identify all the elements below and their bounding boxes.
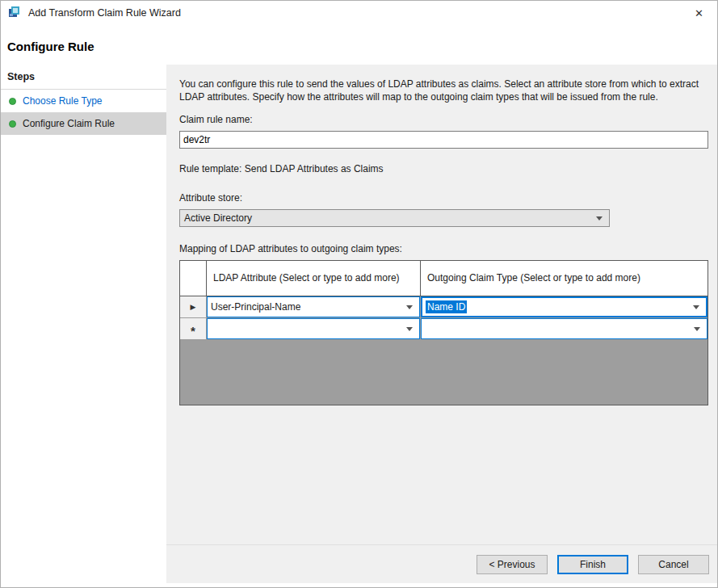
wizard-app-icon: [7, 6, 22, 20]
ldap-attribute-value: User-Principal-Name: [211, 301, 300, 313]
outgoing-claim-column-header: Outgoing Claim Type (Select or type to a…: [421, 261, 708, 296]
title-bar: Add Transform Claim Rule Wizard ✕: [1, 1, 717, 25]
steps-panel: Steps Choose Rule Type Configure Claim R…: [1, 65, 166, 583]
step-current-dot-icon: [9, 120, 16, 128]
claim-rule-name-label: Claim rule name:: [179, 114, 708, 125]
step-choose-rule-type[interactable]: Choose Rule Type: [1, 90, 166, 112]
ldap-attribute-select[interactable]: [207, 318, 420, 339]
attribute-store-select[interactable]: Active Directory: [179, 209, 610, 227]
chevron-down-icon: [694, 327, 700, 331]
step-label: Choose Rule Type: [23, 95, 103, 107]
wizard-body: Steps Choose Rule Type Configure Claim R…: [1, 65, 717, 583]
mapping-label: Mapping of LDAP attributes to outgoing c…: [179, 243, 708, 254]
step-configure-claim-rule[interactable]: Configure Claim Rule: [1, 112, 166, 135]
steps-header: Steps: [1, 65, 166, 90]
ldap-attribute-cell: User-Principal-Name: [207, 296, 421, 318]
row-selector-column-header: [180, 261, 207, 296]
wizard-dialog: { "window": { "title": "Add Transform Cl…: [0, 0, 718, 588]
chevron-down-icon: [693, 305, 699, 309]
rule-description: You can configure this rule to send the …: [179, 78, 708, 103]
chevron-down-icon: [596, 216, 603, 220]
grid-empty-area: [180, 340, 708, 405]
ldap-attribute-column-header: LDAP Attribute (Select or type to add mo…: [207, 261, 421, 296]
footer-bar: < Previous Finish Cancel: [166, 544, 718, 583]
outgoing-claim-select[interactable]: Name ID: [421, 296, 708, 317]
ldap-attribute-select[interactable]: User-Principal-Name: [207, 296, 420, 317]
outgoing-claim-cell: Name ID: [421, 296, 708, 318]
main-panel: You can configure this rule to send the …: [166, 65, 718, 583]
current-row-arrow-icon: ▶: [191, 303, 196, 311]
chevron-down-icon: [406, 327, 413, 331]
chevron-down-icon: [406, 305, 413, 309]
row-selector[interactable]: ▶: [180, 296, 207, 318]
ldap-attribute-cell: [207, 318, 421, 340]
attribute-store-value: Active Directory: [184, 212, 252, 224]
outgoing-claim-cell: [421, 318, 708, 340]
close-icon[interactable]: ✕: [681, 1, 717, 25]
mapping-table: LDAP Attribute (Select or type to add mo…: [179, 260, 708, 405]
row-selector[interactable]: *: [180, 318, 207, 340]
window-title: Add Transform Claim Rule Wizard: [28, 7, 181, 19]
attribute-store-label: Attribute store:: [179, 192, 708, 204]
previous-button[interactable]: < Previous: [477, 555, 548, 574]
outgoing-claim-value: Name ID: [426, 300, 467, 313]
rule-template-text: Rule template: Send LDAP Attributes as C…: [179, 163, 708, 174]
finish-button[interactable]: Finish: [557, 555, 628, 574]
outgoing-claim-select[interactable]: [421, 318, 708, 339]
step-label: Configure Claim Rule: [23, 118, 115, 129]
cancel-button[interactable]: Cancel: [638, 555, 709, 574]
step-done-dot-icon: [9, 98, 16, 105]
new-row-asterisk-icon: *: [191, 328, 195, 334]
page-title: Configure Rule: [1, 25, 717, 65]
claim-rule-name-input[interactable]: [179, 131, 708, 149]
